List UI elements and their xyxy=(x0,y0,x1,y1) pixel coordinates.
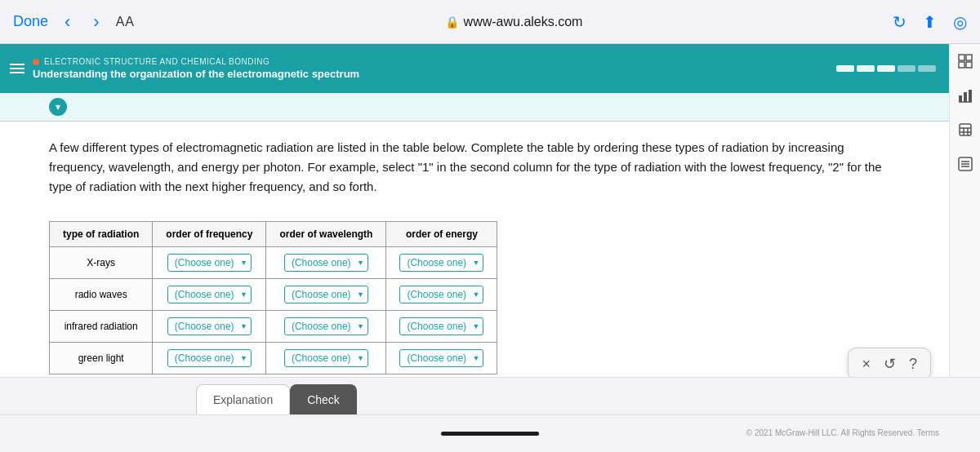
close-float-button[interactable]: × xyxy=(862,356,871,373)
undo-float-button[interactable]: ↺ xyxy=(884,355,896,373)
dropdown-energy-0[interactable]: (Choose one)1234 xyxy=(399,254,483,272)
cell-energy-1: (Choose one)1234 xyxy=(386,279,497,311)
col-header-frequency: order of frequency xyxy=(153,222,266,247)
hamburger-menu[interactable] xyxy=(10,64,24,73)
dropdown-wrapper-energy-2: (Choose one)1234 xyxy=(399,317,483,335)
svg-rect-0 xyxy=(959,55,964,60)
header-text: ELECTRONIC STRUCTURE AND CHEMICAL BONDIN… xyxy=(33,57,359,80)
table-row: green light(Choose one)1234(Choose one)1… xyxy=(50,343,497,374)
dropdown-energy-1[interactable]: (Choose one)1234 xyxy=(399,286,483,304)
progress-bars xyxy=(836,65,936,72)
dropdown-wrapper-frequency-0: (Choose one)1234 xyxy=(167,254,252,272)
share-button[interactable]: ⬆ xyxy=(923,12,937,32)
browser-actions: ↻ ⬆ ◎ xyxy=(893,12,967,32)
check-tab[interactable]: Check xyxy=(290,384,357,414)
refresh-button[interactable]: ↻ xyxy=(893,12,906,32)
cell-wavelength-3: (Choose one)1234 xyxy=(266,343,386,374)
svg-rect-3 xyxy=(966,62,972,68)
dropdown-wrapper-wavelength-2: (Choose one)1234 xyxy=(284,317,368,335)
svg-rect-8 xyxy=(960,124,971,135)
dropdown-frequency-0[interactable]: (Choose one)1234 xyxy=(167,254,252,272)
cell-wavelength-0: (Choose one)1234 xyxy=(266,247,386,279)
progress-seg-1 xyxy=(836,65,854,72)
chevron-row: ▾ xyxy=(0,93,949,122)
svg-rect-2 xyxy=(959,62,964,68)
list-icon[interactable] xyxy=(955,153,976,175)
progress-seg-5 xyxy=(918,65,936,72)
col-header-wavelength: order of wavelength xyxy=(266,222,386,247)
table-row: X-rays(Choose one)1234(Choose one)1234(C… xyxy=(50,247,497,279)
svg-rect-6 xyxy=(969,90,972,102)
aleks-header: ELECTRONIC STRUCTURE AND CHEMICAL BONDIN… xyxy=(0,44,949,93)
dropdown-wrapper-wavelength-0: (Choose one)1234 xyxy=(284,254,368,272)
floating-action-bar: × ↺ ? xyxy=(848,348,931,380)
instruction-text: A few different types of electromagnetic… xyxy=(0,122,949,213)
bottom-tabs: Explanation Check xyxy=(0,377,980,414)
dropdown-wrapper-frequency-2: (Choose one)1234 xyxy=(167,317,252,335)
cell-frequency-0: (Choose one)1234 xyxy=(153,247,266,279)
dropdown-wrapper-wavelength-3: (Choose one)1234 xyxy=(284,349,368,367)
copyright-text: © 2021 McGraw-Hill LLC. All Rights Reser… xyxy=(746,428,939,437)
back-button[interactable]: ‹ xyxy=(58,8,77,36)
home-indicator xyxy=(441,432,539,436)
cell-frequency-1: (Choose one)1234 xyxy=(153,279,266,311)
header-subtitle: ELECTRONIC STRUCTURE AND CHEMICAL BONDIN… xyxy=(33,57,359,66)
forward-button[interactable]: › xyxy=(87,8,105,36)
dropdown-wrapper-energy-1: (Choose one)1234 xyxy=(399,286,483,304)
progress-seg-2 xyxy=(857,65,875,72)
row-label-0: X-rays xyxy=(50,247,153,279)
status-dot xyxy=(33,59,39,65)
dropdown-wrapper-frequency-3: (Choose one)1234 xyxy=(167,349,252,367)
table-row: infrared radiation(Choose one)1234(Choos… xyxy=(50,311,497,343)
lock-icon: 🔒 xyxy=(445,16,459,29)
explanation-tab[interactable]: Explanation xyxy=(196,384,290,414)
col-header-type: type of radiation xyxy=(50,222,153,247)
cell-wavelength-2: (Choose one)1234 xyxy=(266,311,386,343)
row-label-2: infrared radiation xyxy=(50,311,153,343)
row-label-1: radio waves xyxy=(50,279,153,311)
cell-frequency-3: (Choose one)1234 xyxy=(153,343,266,374)
dropdown-wrapper-energy-0: (Choose one)1234 xyxy=(399,254,483,272)
url-text: www-awu.aleks.com xyxy=(464,15,583,29)
dropdown-wrapper-wavelength-1: (Choose one)1234 xyxy=(284,286,368,304)
cell-energy-2: (Choose one)1234 xyxy=(386,311,497,343)
cell-energy-0: (Choose one)1234 xyxy=(386,247,497,279)
chevron-down-button[interactable]: ▾ xyxy=(49,98,67,116)
help-float-button[interactable]: ? xyxy=(909,356,917,373)
table-row: radio waves(Choose one)1234(Choose one)1… xyxy=(50,279,497,311)
browser-chrome: Done ‹ › AA 🔒 www-awu.aleks.com ↻ ⬆ ◎ xyxy=(0,0,980,44)
dropdown-wavelength-2[interactable]: (Choose one)1234 xyxy=(284,317,368,335)
row-label-3: green light xyxy=(50,343,153,374)
dropdown-wavelength-3[interactable]: (Choose one)1234 xyxy=(284,349,368,367)
cell-wavelength-1: (Choose one)1234 xyxy=(266,279,386,311)
dropdown-energy-2[interactable]: (Choose one)1234 xyxy=(399,317,483,335)
svg-rect-4 xyxy=(959,95,962,102)
dropdown-wrapper-frequency-1: (Choose one)1234 xyxy=(167,286,252,304)
url-bar: 🔒 www-awu.aleks.com xyxy=(145,15,883,29)
col-header-energy: order of energy xyxy=(386,222,497,247)
compass-button[interactable]: ◎ xyxy=(953,12,967,32)
user-icon[interactable] xyxy=(955,119,976,140)
cell-energy-3: (Choose one)1234 xyxy=(386,343,497,374)
dropdown-frequency-1[interactable]: (Choose one)1234 xyxy=(167,286,252,304)
grid-icon[interactable] xyxy=(955,51,976,72)
dropdown-frequency-2[interactable]: (Choose one)1234 xyxy=(167,317,252,335)
dropdown-frequency-3[interactable]: (Choose one)1234 xyxy=(167,349,252,367)
bar-chart-icon[interactable] xyxy=(955,85,976,106)
svg-rect-5 xyxy=(964,92,967,102)
dropdown-energy-3[interactable]: (Choose one)1234 xyxy=(399,349,483,367)
cell-frequency-2: (Choose one)1234 xyxy=(153,311,266,343)
dropdown-wavelength-1[interactable]: (Choose one)1234 xyxy=(284,286,368,304)
progress-seg-4 xyxy=(898,65,915,72)
header-title: Understanding the organization of the el… xyxy=(33,68,359,80)
done-button[interactable]: Done xyxy=(13,13,48,30)
progress-seg-3 xyxy=(877,65,895,72)
table-wrapper: type of radiation order of frequency ord… xyxy=(0,213,949,391)
font-size-button[interactable]: AA xyxy=(116,15,135,29)
radiation-table: type of radiation order of frequency ord… xyxy=(49,221,497,374)
svg-rect-1 xyxy=(966,55,972,60)
dropdown-wrapper-energy-3: (Choose one)1234 xyxy=(399,349,483,367)
dropdown-wavelength-0[interactable]: (Choose one)1234 xyxy=(284,254,368,272)
